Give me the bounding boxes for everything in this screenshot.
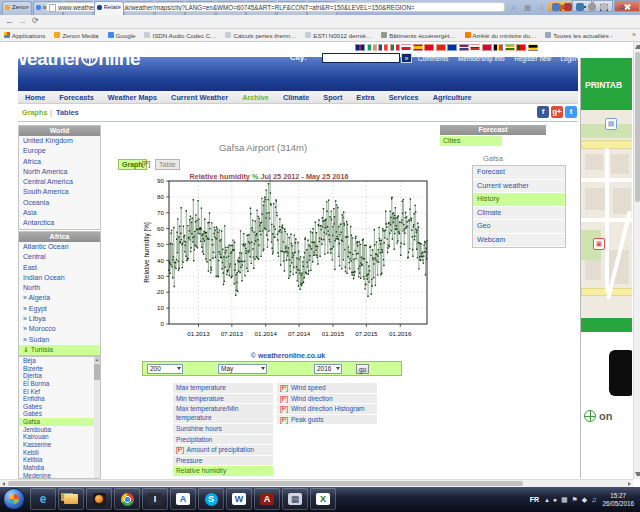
status-icon[interactable]: ● <box>553 496 557 504</box>
start-button[interactable] <box>3 488 25 510</box>
station-menu-item[interactable]: Forecast <box>473 166 565 180</box>
sidebar-item[interactable]: Atlantic Ocean <box>19 242 100 252</box>
parameter-link[interactable]: Relative humidity <box>173 466 273 476</box>
sidebar-item[interactable]: South America <box>19 187 100 197</box>
sidebar-item[interactable]: » Libya <box>19 314 100 324</box>
network-icon[interactable]: ◆ <box>582 496 587 504</box>
table-tab-button[interactable]: Table <box>155 159 180 170</box>
googleplus-icon[interactable]: g+ <box>551 106 563 118</box>
action-center-icon[interactable]: ▦ <box>561 496 568 504</box>
bookmark-item[interactable]: ESTI N0012 derniè… <box>305 32 372 39</box>
reload-icon[interactable]: ⟳ <box>32 16 39 25</box>
city-list-item[interactable]: Gabés <box>19 403 100 411</box>
sidebar-item[interactable]: » Egypt <box>19 304 100 314</box>
city-list-item[interactable]: Mahdia <box>19 464 100 472</box>
go-button[interactable]: go <box>356 364 369 374</box>
days-select[interactable]: 200 <box>147 364 183 374</box>
bookmark-item[interactable]: ISDN Audio Codec C… <box>144 32 216 39</box>
uk-flag-icon[interactable] <box>355 44 365 51</box>
india-flag-icon[interactable] <box>505 44 515 51</box>
extension-icon[interactable] <box>564 3 572 11</box>
denmark-flag-icon[interactable] <box>482 44 492 51</box>
sidebar-item[interactable]: Oceania <box>19 198 100 208</box>
scroll-thumb[interactable] <box>8 481 523 486</box>
city-list-item[interactable]: Kelibia <box>19 456 100 464</box>
header-link-login[interactable]: Login <box>561 55 576 62</box>
nav-item-agriculture[interactable]: Agriculture <box>426 93 479 102</box>
nav-item-current-weather[interactable]: Current Weather <box>164 93 235 102</box>
bookmark-item[interactable]: Arrêté du ministre du… <box>465 32 537 39</box>
eu-flag-icon[interactable] <box>447 44 457 51</box>
netherlands-flag-icon[interactable] <box>459 44 469 51</box>
spain-flag-icon[interactable] <box>413 44 423 51</box>
bookmark-star-icon[interactable]: ☆ <box>537 3 546 12</box>
parameter-link[interactable]: Sunshine hours <box>173 424 273 434</box>
header-link-membership-info[interactable]: Membership info <box>458 55 505 62</box>
belgium-flag-icon[interactable] <box>493 44 503 51</box>
forward-icon[interactable]: → <box>18 16 27 26</box>
sidebar-item[interactable]: Africa <box>19 157 100 167</box>
facebook-icon[interactable]: f <box>537 106 549 118</box>
taskbar-app-acrobat[interactable]: A <box>254 488 280 510</box>
germany-flag-icon[interactable] <box>528 44 538 51</box>
city-search-button[interactable]: » <box>401 53 412 63</box>
city-list-item[interactable]: El Borma <box>19 380 100 388</box>
bookmark-item[interactable]: Zenon Media <box>54 32 98 39</box>
france-flag-icon[interactable] <box>378 44 388 51</box>
parameter-link[interactable]: [P] Peak gusts <box>277 415 377 425</box>
poland-flag-icon[interactable] <box>401 44 411 51</box>
city-list-item[interactable]: Kasserine <box>19 441 100 449</box>
bookmark-item[interactable]: Bâtiments écoénergét… <box>381 32 455 39</box>
city-list-item[interactable]: Kairouan <box>19 433 100 441</box>
city-list-scrollbar[interactable]: ▲ <box>94 357 100 478</box>
sidebar-item[interactable]: Central <box>19 252 100 262</box>
station-menu-item[interactable]: History <box>473 193 565 207</box>
parameter-link[interactable]: [P] Wind direction <box>277 394 377 404</box>
browser-tab[interactable]: Relative…× <box>94 1 124 15</box>
browser-menu-icon[interactable]: ≡ <box>616 2 628 12</box>
italy-flag-icon[interactable] <box>390 44 400 51</box>
nav-item-archive[interactable]: Archive <box>235 93 276 102</box>
parameter-link[interactable]: [P] Wind direction Histogram <box>277 404 377 414</box>
taskbar-app-app-dark[interactable]: I <box>142 488 168 510</box>
nav-item-home[interactable]: Home <box>18 93 52 102</box>
volume-icon[interactable]: ♫ <box>591 496 596 504</box>
city-list-item[interactable]: Béja <box>19 357 100 365</box>
taskbar-app-autodesk[interactable]: A <box>170 488 196 510</box>
site-logo[interactable]: Weathernline <box>10 48 140 70</box>
vertical-scrollbar[interactable] <box>633 42 640 479</box>
parameter-link[interactable]: [P] Amount of precipitation <box>173 445 273 455</box>
russia-flag-icon[interactable] <box>470 44 480 51</box>
ad-header[interactable]: PRINTAB <box>581 58 632 110</box>
taskbar-app-excel[interactable]: X <box>310 488 336 510</box>
taskbar-app-chrome[interactable] <box>114 488 140 510</box>
extension-icon[interactable] <box>552 3 560 11</box>
sidebar-item[interactable]: Indian Ocean <box>19 273 100 283</box>
sidebar-item[interactable]: ⇓ Tunisia <box>19 345 100 355</box>
sidebar-item[interactable]: » Sudan <box>19 335 100 345</box>
city-list-item[interactable]: Bizerte <box>19 365 100 373</box>
taskbar-app-explorer[interactable] <box>58 488 84 510</box>
taskbar-app-ie[interactable]: e <box>30 488 56 510</box>
city-list-item[interactable]: Gafsa <box>19 418 100 426</box>
scroll-thumb[interactable] <box>94 364 100 380</box>
scroll-up-icon[interactable]: ▲ <box>94 357 100 363</box>
language-indicator[interactable]: FR <box>530 496 539 503</box>
taskbar-app-word[interactable]: W <box>226 488 252 510</box>
taskbar-clock[interactable]: 15:27 26/05/2016 <box>602 492 634 508</box>
extension-icon[interactable] <box>600 3 608 11</box>
nav-item-extra[interactable]: Extra <box>349 93 381 102</box>
sidebar-item[interactable]: North America <box>19 167 100 177</box>
nav-item-weather-maps[interactable]: Weather Maps <box>101 93 164 102</box>
parameter-link[interactable]: Pressure <box>173 456 273 466</box>
taskbar-app-skype[interactable]: S <box>198 488 224 510</box>
cities-link[interactable]: Cities <box>440 136 502 146</box>
city-list-item[interactable]: El Kef <box>19 388 100 396</box>
city-search-input[interactable] <box>322 53 400 63</box>
parameter-link[interactable]: Max temperature <box>173 383 273 393</box>
year-select[interactable]: 2016 <box>314 364 342 374</box>
taskbar-app-calculator[interactable]: ▦ <box>282 488 308 510</box>
sidebar-item[interactable]: United Kingdom <box>19 136 100 146</box>
sidebar-item[interactable]: Central America <box>19 177 100 187</box>
zoom-icon[interactable]: ⌕ <box>509 3 518 12</box>
